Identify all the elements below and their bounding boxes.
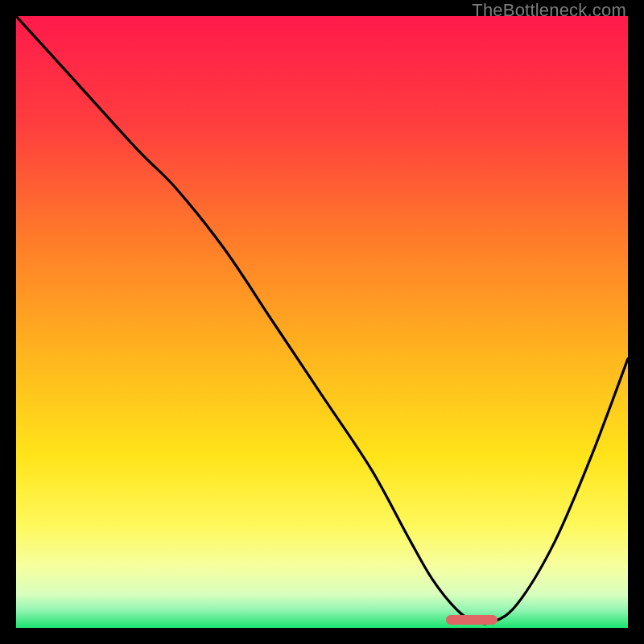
chart-frame: TheBottleneck.com (0, 0, 644, 644)
watermark-text: TheBottleneck.com (472, 0, 626, 21)
optimum-marker (446, 615, 497, 625)
plot-area (16, 16, 628, 628)
bottleneck-curve (16, 16, 628, 628)
